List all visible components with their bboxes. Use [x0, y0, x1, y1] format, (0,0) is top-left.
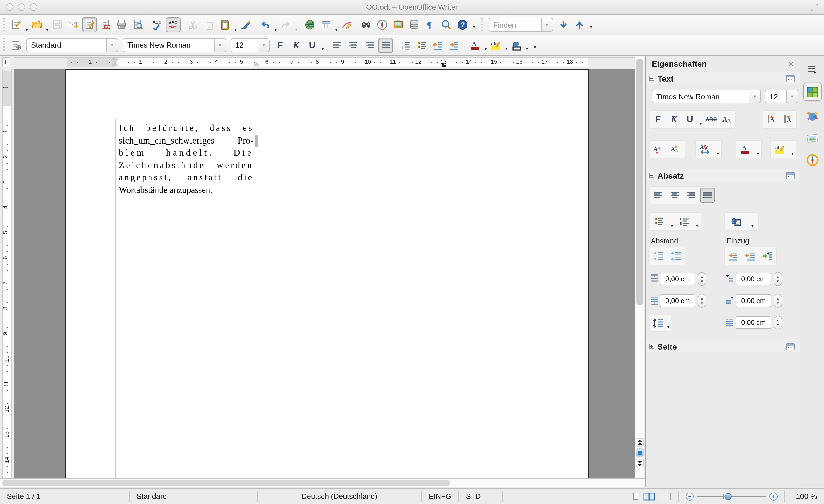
- dropdown-arrow-icon[interactable]: ▼: [274, 27, 278, 34]
- next-page-button[interactable]: [636, 459, 644, 467]
- zoom-button[interactable]: [439, 17, 453, 32]
- paragraph-style-combobox[interactable]: Standard ▼: [26, 38, 118, 52]
- dropdown-arrow-icon[interactable]: ▼: [695, 224, 699, 230]
- align-justify-button[interactable]: [378, 37, 393, 53]
- increase-indent-button[interactable]: [447, 37, 462, 53]
- undo-button[interactable]: [258, 17, 273, 32]
- increase-font-size-button[interactable]: A: [764, 112, 779, 127]
- increase-indent-button[interactable]: [726, 248, 741, 264]
- font-name-value[interactable]: Times New Roman: [123, 38, 215, 52]
- text-line[interactable]: Ichbefürchte,dasses: [119, 123, 253, 135]
- strikethrough-button[interactable]: ABC: [704, 112, 719, 127]
- dropdown-arrow-icon[interactable]: ▼: [45, 27, 49, 34]
- align-left-button[interactable]: [330, 37, 345, 53]
- font-size-combobox[interactable]: 12 ▼: [231, 38, 270, 52]
- bold-button[interactable]: F: [651, 112, 665, 127]
- spellcheck-button[interactable]: ABC: [150, 17, 165, 32]
- dropdown-arrow-icon[interactable]: ▼: [716, 152, 720, 158]
- dropdown-arrow-icon[interactable]: ▼: [756, 152, 760, 158]
- italic-button[interactable]: K: [289, 37, 304, 53]
- fullscreen-grip-icon[interactable]: [810, 3, 818, 11]
- find-up-button[interactable]: [572, 17, 587, 32]
- numbered-list-button[interactable]: III: [399, 37, 414, 53]
- below-spacing-input[interactable]: 0,00 cm: [660, 295, 696, 307]
- dropdown-arrow-icon[interactable]: ▼: [504, 46, 508, 53]
- paste-button[interactable]: [217, 17, 232, 32]
- first-line-indent-spinner[interactable]: ▲▼: [774, 316, 782, 329]
- dropdown-arrow-icon[interactable]: ▼: [666, 325, 671, 331]
- multi-page-view-icon[interactable]: [643, 492, 656, 501]
- section-header-page[interactable]: Seite: [646, 340, 800, 352]
- increase-spacing-button[interactable]: [651, 248, 666, 264]
- page-dialog-launcher-icon[interactable]: [786, 343, 795, 350]
- sidebar-font-size-dropdown-icon[interactable]: ▼: [787, 90, 798, 103]
- print-button[interactable]: [114, 17, 129, 32]
- page-number-status[interactable]: Seite 1 / 1: [0, 489, 129, 504]
- section-header-text[interactable]: Text: [646, 72, 800, 84]
- lowercase-button[interactable]: AA: [668, 142, 684, 157]
- zoom-out-icon[interactable]: −: [686, 492, 694, 500]
- bullet-list-button[interactable]: [415, 37, 430, 53]
- align-right-button[interactable]: [684, 188, 699, 203]
- expand-icon[interactable]: [649, 344, 654, 349]
- dropdown-arrow-icon[interactable]: ▼: [699, 122, 703, 128]
- align-center-button[interactable]: [346, 37, 361, 53]
- toolbar-overflow-icon[interactable]: ▼: [472, 25, 476, 31]
- vertical-scrollbar-thumb[interactable]: [636, 59, 643, 305]
- dropdown-arrow-icon[interactable]: ▼: [750, 224, 754, 230]
- table-button[interactable]: [318, 17, 333, 32]
- align-center-button[interactable]: [667, 188, 682, 203]
- text-line[interactable]: sich_um_ein_schwierigesPro-: [119, 135, 253, 147]
- language-status[interactable]: Deutsch (Deutschland): [258, 489, 421, 504]
- dropdown-arrow-icon[interactable]: ▼: [525, 46, 529, 53]
- dropdown-arrow-icon[interactable]: ▼: [484, 46, 488, 53]
- zoom-slider-thumb[interactable]: [725, 493, 732, 500]
- change-case-button[interactable]: AA: [720, 112, 734, 127]
- uppercase-button[interactable]: AA: [651, 142, 666, 157]
- navigator-deck-icon[interactable]: [803, 151, 822, 169]
- text-line[interactable]: Zeichenabständewerden: [119, 160, 253, 172]
- paragraph-dialog-launcher-icon[interactable]: [786, 172, 795, 179]
- vertical-ruler[interactable]: 11234567891011121314: [2, 69, 12, 478]
- single-page-view-icon[interactable]: [631, 492, 640, 501]
- gallery-button[interactable]: [391, 17, 405, 32]
- find-input[interactable]: Finden: [489, 18, 541, 31]
- zoom-percentage[interactable]: 100 %: [785, 489, 824, 504]
- character-spacing-button[interactable]: AV: [698, 142, 712, 157]
- sidebar-close-icon[interactable]: ✕: [788, 60, 794, 68]
- toolbar-grip[interactable]: [2, 18, 6, 31]
- underline-button[interactable]: U: [305, 37, 320, 53]
- format-paintbrush-button[interactable]: [238, 17, 253, 32]
- data-sources-button[interactable]: [407, 17, 421, 32]
- email-document-button[interactable]: [66, 17, 81, 32]
- sidebar-font-size-combobox[interactable]: 12 ▼: [765, 90, 798, 103]
- dropdown-arrow-icon[interactable]: ▼: [791, 152, 795, 158]
- book-view-icon[interactable]: [659, 492, 672, 501]
- formatting-marks-button[interactable]: ¶: [423, 17, 437, 32]
- sidebar-font-size-value[interactable]: 12: [765, 90, 787, 103]
- tab-stop-marker[interactable]: [442, 63, 446, 67]
- right-indent-marker[interactable]: [254, 62, 260, 66]
- hyperlink-button[interactable]: [302, 17, 317, 32]
- decrease-indent-button[interactable]: [431, 37, 446, 53]
- paragraph-background-button[interactable]: [728, 214, 743, 229]
- font-name-combobox[interactable]: Times New Roman ▼: [123, 38, 226, 52]
- decrease-font-size-button[interactable]: A: [781, 112, 796, 127]
- paragraph-text[interactable]: Ichbefürchte,dassessich_um_ein_schwierig…: [119, 123, 253, 197]
- collapse-icon[interactable]: [649, 173, 654, 178]
- italic-button[interactable]: K: [666, 112, 682, 127]
- paragraph-style-value[interactable]: Standard: [26, 38, 107, 52]
- open-button[interactable]: [29, 17, 44, 32]
- dropdown-arrow-icon[interactable]: ▼: [334, 27, 338, 34]
- find-toolbar-overflow-icon[interactable]: ▼: [589, 25, 593, 31]
- gallery-deck-icon[interactable]: [803, 129, 822, 147]
- align-justify-button[interactable]: [700, 188, 715, 203]
- dropdown-arrow-icon[interactable]: ▼: [25, 27, 29, 34]
- toolbar-grip[interactable]: [2, 38, 6, 52]
- previous-page-button[interactable]: [636, 438, 644, 446]
- dropdown-arrow-icon[interactable]: ▼: [321, 46, 325, 53]
- insert-mode-status[interactable]: EINFG: [422, 489, 458, 504]
- highlighting-button[interactable]: ab: [488, 37, 503, 53]
- vertical-scrollbar[interactable]: [635, 56, 644, 478]
- zoom-in-icon[interactable]: +: [769, 492, 778, 500]
